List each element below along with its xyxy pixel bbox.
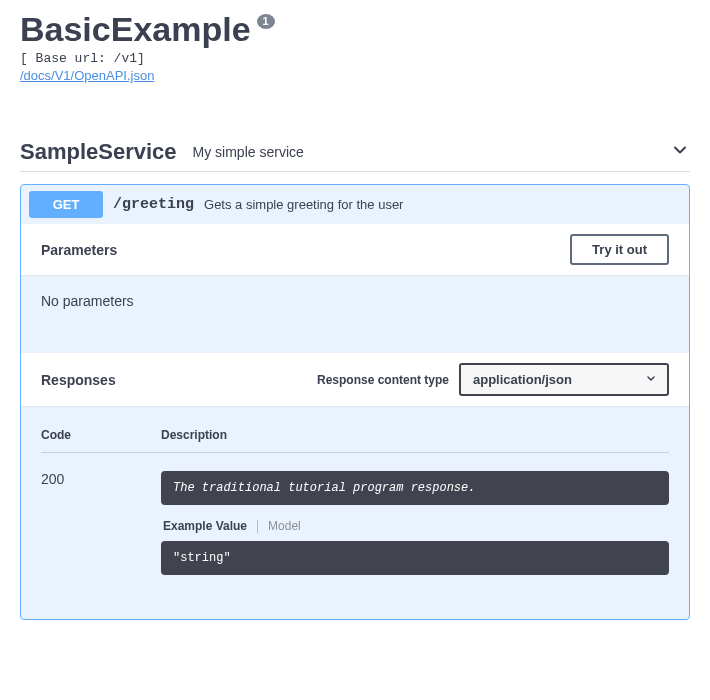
response-code: 200	[41, 471, 161, 589]
tag-header[interactable]: SampleService My simple service	[20, 139, 690, 172]
description-column-header: Description	[161, 428, 669, 442]
chevron-down-icon	[670, 140, 690, 164]
example-body[interactable]: "string"	[161, 541, 669, 575]
operation-header[interactable]: GET /greeting Gets a simple greeting for…	[21, 185, 689, 224]
method-badge: GET	[29, 191, 103, 218]
base-url: [ Base url: /v1]	[20, 51, 690, 66]
endpoint-path: /greeting	[113, 196, 194, 213]
tab-model[interactable]: Model	[266, 519, 303, 533]
try-it-out-button[interactable]: Try it out	[570, 234, 669, 265]
parameters-heading: Parameters	[41, 242, 117, 258]
tag-section: SampleService My simple service GET /gre…	[20, 139, 690, 620]
content-type-value: application/json	[473, 372, 572, 387]
version-badge: 1	[257, 14, 275, 29]
responses-table: Code Description 200 The traditional tut…	[21, 406, 689, 619]
responses-heading: Responses	[41, 372, 116, 388]
endpoint-summary: Gets a simple greeting for the user	[204, 197, 403, 212]
responses-bar: Responses Response content type applicat…	[21, 353, 689, 406]
parameters-body: No parameters	[21, 275, 689, 353]
spec-link[interactable]: /docs/V1/OpenAPI.json	[20, 68, 154, 83]
tag-description: My simple service	[193, 144, 304, 160]
operation-block: GET /greeting Gets a simple greeting for…	[20, 184, 690, 620]
tab-separator	[257, 520, 258, 533]
response-description: The traditional tutorial program respons…	[161, 471, 669, 505]
tab-example-value[interactable]: Example Value	[161, 519, 249, 533]
chevron-down-icon	[645, 372, 657, 387]
content-type-label: Response content type	[317, 373, 449, 387]
parameters-bar: Parameters Try it out	[21, 224, 689, 275]
no-parameters-text: No parameters	[41, 293, 134, 309]
response-row: 200 The traditional tutorial program res…	[41, 453, 669, 589]
code-column-header: Code	[41, 428, 161, 442]
api-header: BasicExample 1 [ Base url: /v1] /docs/V1…	[20, 10, 690, 84]
example-model-tabs: Example Value Model	[161, 519, 669, 533]
api-title: BasicExample	[20, 10, 251, 49]
content-type-select[interactable]: application/json	[459, 363, 669, 396]
tag-name: SampleService	[20, 139, 177, 165]
